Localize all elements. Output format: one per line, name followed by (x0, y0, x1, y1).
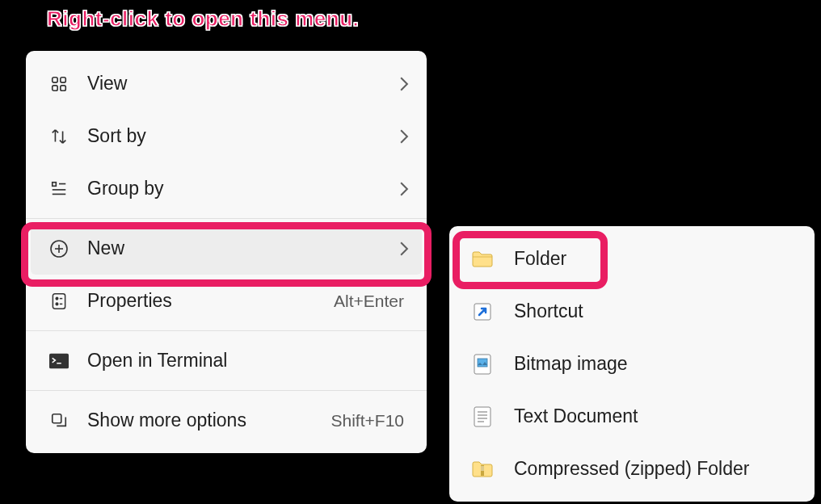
sort-icon (44, 128, 74, 145)
menu-label: View (87, 73, 399, 94)
plus-circle-icon (44, 239, 74, 258)
instruction-annotation: Right-click to open this menu. (47, 6, 359, 32)
submenu-label: Compressed (zipped) Folder (514, 458, 749, 480)
terminal-icon (44, 353, 74, 369)
menu-label: New (87, 237, 399, 259)
svg-rect-18 (53, 414, 61, 422)
new-submenu: Folder Shortcut Bitmap image (449, 226, 815, 502)
menu-label: Properties (87, 290, 334, 312)
menu-label: Show more options (87, 410, 331, 431)
submenu-label: Folder (514, 248, 566, 270)
menu-item-groupby[interactable]: Group by (26, 162, 427, 215)
menu-label: Open in Terminal (87, 350, 409, 372)
submenu-item-text[interactable]: Text Document (449, 390, 815, 443)
menu-separator (26, 330, 427, 331)
submenu-item-shortcut[interactable]: Shortcut (449, 285, 815, 338)
svg-rect-2 (53, 85, 57, 90)
menu-item-sortby[interactable]: Sort by (26, 110, 427, 162)
more-options-icon (44, 412, 74, 430)
shortcut-icon (467, 302, 498, 321)
menu-shortcut: Alt+Enter (334, 292, 404, 311)
context-menu: View Sort by Group by (26, 51, 427, 453)
chevron-right-icon (399, 242, 409, 256)
zip-folder-icon (467, 460, 498, 478)
menu-label: Group by (87, 178, 399, 200)
submenu-label: Shortcut (514, 300, 583, 322)
svg-rect-3 (61, 85, 65, 90)
svg-rect-1 (61, 77, 65, 82)
properties-icon (44, 292, 74, 310)
menu-item-new[interactable]: New (31, 222, 422, 275)
svg-rect-11 (53, 293, 65, 309)
svg-point-13 (56, 303, 58, 305)
menu-shortcut: Shift+F10 (331, 411, 404, 430)
grid-icon (44, 75, 74, 93)
chevron-right-icon (399, 129, 409, 144)
submenu-label: Bitmap image (514, 353, 628, 375)
menu-item-properties[interactable]: Properties Alt+Enter (26, 275, 427, 327)
svg-point-12 (56, 297, 58, 300)
svg-rect-22 (474, 407, 490, 426)
chevron-right-icon (399, 77, 409, 91)
svg-rect-4 (53, 182, 57, 186)
group-icon (44, 180, 74, 198)
submenu-item-bitmap[interactable]: Bitmap image (449, 338, 815, 390)
menu-item-view[interactable]: View (26, 57, 427, 110)
menu-separator (26, 390, 427, 391)
svg-rect-16 (49, 353, 69, 368)
menu-item-more[interactable]: Show more options Shift+F10 (26, 394, 427, 447)
menu-separator (26, 218, 427, 219)
menu-label: Sort by (87, 125, 399, 147)
bitmap-icon (467, 354, 498, 375)
submenu-item-folder[interactable]: Folder (449, 233, 815, 285)
menu-item-terminal[interactable]: Open in Terminal (26, 334, 427, 387)
svg-rect-21 (478, 359, 487, 367)
submenu-item-zip[interactable]: Compressed (zipped) Folder (449, 443, 815, 495)
svg-rect-0 (53, 77, 57, 82)
submenu-label: Text Document (514, 405, 638, 427)
chevron-right-icon (399, 182, 409, 196)
text-document-icon (467, 406, 498, 427)
folder-icon (467, 250, 498, 268)
